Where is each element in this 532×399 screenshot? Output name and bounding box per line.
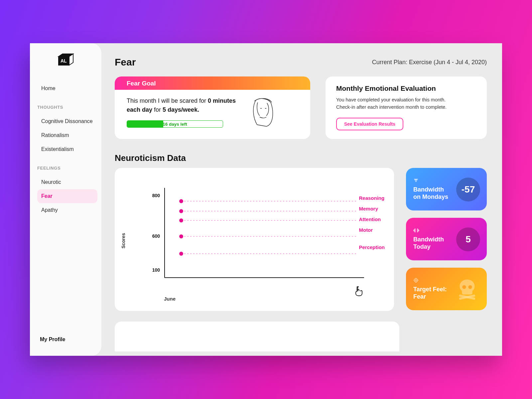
svg-point-18 (179, 252, 183, 256)
svg-point-20 (415, 280, 417, 281)
svg-point-15 (179, 209, 183, 213)
goal-days: 5 days/week. (163, 106, 199, 113)
chart-x-axis-label: June (164, 296, 176, 302)
goal-progress-bar: 16 days left (127, 120, 223, 128)
stat-column: Bandwidth on Mondays -57 Bandwidth Today… (406, 168, 487, 311)
nav-heading-thoughts: THOUGHTS (37, 105, 97, 110)
evaluation-description: You have completed your evaluation for t… (336, 96, 456, 111)
legend-motor: Motor (359, 227, 385, 234)
nav-my-profile[interactable]: My Profile (30, 333, 101, 346)
svg-point-17 (179, 234, 183, 238)
logo: AL (56, 53, 76, 66)
svg-text:800: 800 (152, 193, 160, 198)
legend-reasoning: Reasoning (359, 195, 385, 202)
app-window: AL Home THOUGHTS Cognitive Dissonance Ra… (30, 43, 502, 356)
target-icon (413, 278, 450, 284)
nav-section-thoughts: THOUGHTS Cognitive Dissonance Rationalis… (30, 105, 101, 166)
nav-feeling-fear[interactable]: Fear (37, 189, 97, 203)
stat-value-mondays: -57 (456, 178, 480, 201)
stat-card-target-feel[interactable]: Target Feel: Fear (406, 268, 487, 310)
legend-attention: Attention (359, 216, 385, 224)
brain-icon (413, 228, 452, 234)
trophy-icon (413, 178, 452, 184)
page-title: Fear (115, 57, 136, 68)
nav-feeling-neurotic[interactable]: Neurotic (37, 175, 97, 189)
goal-sentence-prefix: This month I will be scared for (127, 97, 208, 104)
goal-card: Fear Goal This month I will be scared fo… (115, 76, 310, 139)
svg-text:AL: AL (61, 58, 67, 64)
svg-text:100: 100 (152, 267, 160, 273)
current-plan: Current Plan: Exercise (Jun 4 - Jul 4, 2… (372, 59, 487, 66)
svg-text:600: 600 (152, 233, 160, 239)
nav-heading-feelings: FEELINGS (37, 166, 97, 171)
chart-legend: Reasoning Memory Attention Motor Percept… (359, 195, 385, 252)
svg-point-14 (179, 199, 183, 203)
section-title-neuroticism: Neuroticism Data (115, 153, 487, 163)
see-evaluation-results-button[interactable]: See Evaluation Results (336, 118, 403, 130)
goal-sentence-mid: for (152, 106, 163, 113)
stat-label-target: Target Feel: Fear (413, 286, 450, 300)
goal-progress-label: 16 days left (127, 121, 223, 127)
svg-point-26 (468, 285, 472, 289)
face-illustration-icon (250, 96, 276, 128)
chart-card: Scores 800 600 100 (115, 168, 394, 311)
nav-section-home: Home (30, 81, 101, 105)
chart-plot[interactable]: 800 600 100 (138, 181, 391, 294)
main-content: Fear Current Plan: Exercise (Jun 4 - Jul… (101, 43, 502, 356)
nav-home[interactable]: Home (37, 81, 97, 95)
stat-label-today: Bandwidth Today (413, 236, 452, 250)
sidebar: AL Home THOUGHTS Cognitive Dissonance Ra… (30, 43, 101, 356)
stat-card-bandwidth-mondays[interactable]: Bandwidth on Mondays -57 (406, 168, 487, 210)
nav-thought-cognitive-dissonance[interactable]: Cognitive Dissonance (37, 114, 97, 128)
svg-point-19 (414, 279, 418, 282)
legend-memory: Memory (359, 206, 385, 213)
legend-perception: Perception (359, 244, 385, 252)
nav-section-feelings: FEELINGS Neurotic Fear Apathy (30, 166, 101, 226)
svg-point-25 (462, 285, 466, 289)
stat-value-today: 5 (456, 227, 480, 251)
svg-point-16 (179, 218, 183, 222)
header-row: Fear Current Plan: Exercise (Jun 4 - Jul… (115, 57, 487, 68)
evaluation-card: Monthly Emotional Evaluation You have co… (326, 76, 487, 139)
nav-thought-existentialism[interactable]: Existentialism (37, 142, 97, 156)
stat-card-bandwidth-today[interactable]: Bandwidth Today 5 (406, 218, 487, 260)
chart-y-axis-label: Scores (121, 233, 126, 248)
evaluation-title: Monthly Emotional Evaluation (336, 84, 476, 92)
nav-feeling-apathy[interactable]: Apathy (37, 203, 97, 217)
pointer-cursor-icon (355, 286, 363, 296)
goal-sentence: This month I will be scared for 0 minute… (127, 96, 240, 114)
goal-card-header: Fear Goal (115, 76, 310, 90)
nav-thought-rationalism[interactable]: Rationalism (37, 128, 97, 142)
bottom-card-placeholder (115, 322, 399, 351)
skull-icon (454, 276, 480, 302)
stat-label-mondays: Bandwidth on Mondays (413, 186, 452, 200)
